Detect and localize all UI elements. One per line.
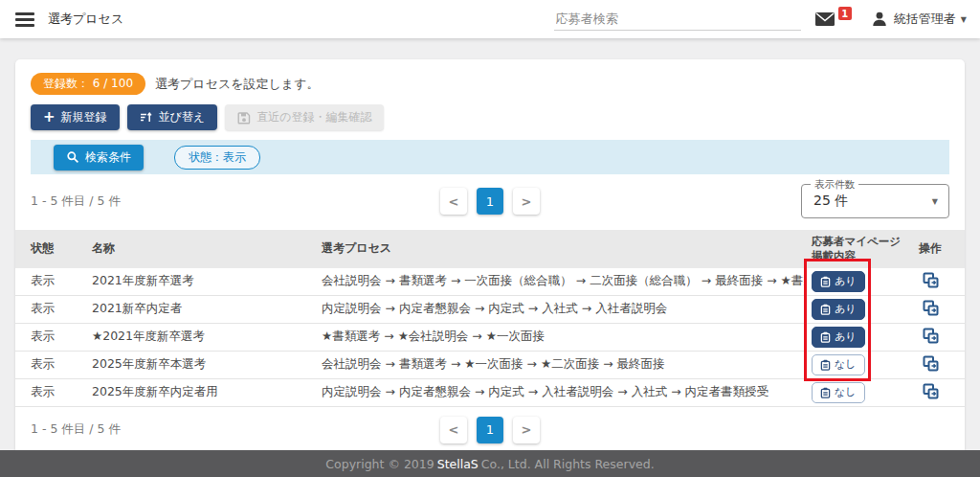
next-page-button[interactable]: >	[513, 188, 540, 215]
header-name: 名称	[84, 230, 314, 268]
mypage-cell: あり	[804, 323, 896, 351]
process-cell: 会社説明会 → 書類選考 → 一次面接（総合職） → 二次面接（総合職） → 最…	[314, 268, 804, 296]
process-card: 登録数： 6 / 100 選考プロセスを設定します。 + 新規登録 並び替え	[15, 59, 965, 455]
sort-icon	[140, 111, 153, 124]
mail-button[interactable]: 1	[814, 11, 852, 27]
main-content: 登録数： 6 / 100 選考プロセスを設定します。 + 新規登録 並び替え	[0, 59, 980, 455]
name-cell: ★2021年度新卒選考	[84, 323, 314, 351]
copyright-text: Copyright © 2019	[325, 457, 434, 471]
name-cell: 2025年度新卒内定者用	[84, 378, 314, 406]
per-page-label: 表示件数	[811, 178, 858, 191]
table-row: 表示 2021新卒内定者 内定説明会 → 内定者懇親会 → 内定式 → 入社式 …	[15, 295, 965, 323]
actions-cell	[896, 268, 965, 296]
page-1-button[interactable]: 1	[477, 188, 503, 215]
select-caret-icon: ▼	[932, 197, 938, 206]
copy-icon	[922, 299, 940, 317]
table-row: 表示 2025年度新卒本選考 会社説明会 → 書類選考 → ★一次面接 → ★二…	[15, 351, 965, 378]
mypage-cell: なし	[804, 378, 896, 406]
registration-count-badge: 登録数： 6 / 100	[31, 73, 145, 95]
sort-button[interactable]: 並び替え	[127, 104, 218, 130]
clipboard-icon	[820, 276, 831, 287]
process-table: 状態 名称 選考プロセス 応募者マイページ 掲載内容 操作 表示 2021年度新…	[15, 230, 965, 407]
duplicate-button[interactable]	[922, 354, 940, 373]
page-1-button[interactable]: 1	[477, 417, 503, 443]
page-title: 選考プロセス	[48, 11, 123, 28]
pager: < 1 >	[440, 417, 540, 443]
status-cell: 表示	[15, 351, 84, 378]
per-page-value: 25 件	[813, 193, 848, 210]
actions-cell	[896, 323, 965, 351]
copy-icon	[922, 271, 940, 289]
process-cell: 会社説明会 → 書類選考 → ★一次面接 → ★二次面接 → 最終面接	[314, 351, 804, 378]
save-icon	[237, 111, 251, 125]
hamburger-menu-icon[interactable]	[15, 12, 34, 27]
search-filter-panel: 検索条件 状態：表示	[31, 140, 949, 174]
header-process: 選考プロセス	[314, 230, 804, 268]
page-description: 選考プロセスを設定します。	[155, 76, 319, 93]
mypage-badge[interactable]: なし	[812, 354, 865, 375]
new-registration-button[interactable]: + 新規登録	[31, 104, 120, 130]
table-header-row: 状態 名称 選考プロセス 応募者マイページ 掲載内容 操作	[15, 230, 965, 268]
copy-icon	[922, 327, 940, 345]
mail-count-badge: 1	[838, 7, 852, 20]
status-cell: 表示	[15, 295, 84, 323]
copy-icon	[922, 354, 940, 373]
per-page-select[interactable]: 表示件数 25 件 ▼	[801, 184, 949, 218]
duplicate-button[interactable]	[922, 382, 940, 400]
clipboard-icon	[820, 304, 831, 315]
clipboard-icon	[820, 387, 831, 398]
mypage-badge[interactable]: あり	[812, 327, 865, 347]
chevron-down-icon: ▼	[961, 15, 967, 24]
plus-icon: +	[43, 110, 56, 125]
top-bar: 選考プロセス 1 統括管理者 ▼	[0, 0, 980, 38]
name-cell: 2021年度新卒選考	[84, 268, 314, 296]
clipboard-icon	[820, 359, 831, 371]
status-cell: 表示	[15, 378, 84, 406]
process-cell: ★書類選考 → ★会社説明会 → ★一次面接	[314, 323, 804, 351]
status-cell: 表示	[15, 323, 84, 351]
duplicate-button[interactable]	[922, 271, 940, 289]
name-cell: 2025年度新卒本選考	[84, 351, 314, 378]
result-range-text: 1 - 5 件目 / 5 件	[31, 421, 121, 438]
mypage-badge[interactable]: なし	[812, 382, 865, 402]
duplicate-button[interactable]	[922, 299, 940, 317]
status-cell: 表示	[15, 268, 84, 296]
recent-edits-button[interactable]: 直近の登録・編集確認	[225, 104, 384, 130]
user-menu[interactable]: 統括管理者 ▼	[871, 11, 967, 28]
table-row: 表示 ★2021年度新卒選考 ★書類選考 → ★会社説明会 → ★一次面接 あり	[15, 323, 965, 351]
duplicate-button[interactable]	[922, 327, 940, 345]
status-filter-chip[interactable]: 状態：表示	[174, 146, 260, 170]
clipboard-icon	[820, 331, 831, 343]
mypage-cell: あり	[804, 295, 896, 323]
pagination-row-bottom: 1 - 5 件目 / 5 件 < 1 >	[15, 407, 965, 443]
actions-cell	[896, 378, 965, 406]
pagination-row-top: 1 - 5 件目 / 5 件 < 1 > 表示件数 25 件 ▼	[15, 174, 965, 218]
toolbar: + 新規登録 並び替え 直近の登録・編集確認	[15, 95, 965, 130]
mypage-badge[interactable]: あり	[812, 299, 865, 319]
header-actions: 操作	[896, 230, 965, 268]
count-row: 登録数： 6 / 100 選考プロセスを設定します。	[15, 59, 965, 95]
name-cell: 2021新卒内定者	[84, 295, 314, 323]
mail-icon	[814, 11, 835, 27]
header-status: 状態	[15, 230, 84, 268]
prev-page-button[interactable]: <	[440, 417, 467, 443]
user-name: 統括管理者	[894, 11, 956, 28]
prev-page-button[interactable]: <	[440, 188, 467, 215]
actions-cell	[896, 295, 965, 323]
process-cell: 内定説明会 → 内定者懇親会 → 内定式 → 入社者説明会 → 入社式 → 内定…	[314, 378, 804, 406]
search-conditions-button[interactable]: 検索条件	[54, 145, 144, 170]
next-page-button[interactable]: >	[513, 417, 540, 443]
mypage-badge[interactable]: あり	[812, 271, 865, 291]
process-cell: 内定説明会 → 内定者懇親会 → 内定式 → 入社式 → 入社者説明会	[314, 295, 804, 323]
process-table-wrap: 状態 名称 選考プロセス 応募者マイページ 掲載内容 操作 表示 2021年度新…	[15, 230, 965, 407]
copy-icon	[922, 382, 940, 400]
actions-cell	[896, 351, 965, 378]
header-mypage: 応募者マイページ 掲載内容	[804, 230, 896, 268]
footer: Copyright © 2019 StellaS Co., Ltd. All R…	[0, 450, 980, 477]
table-row: 表示 2021年度新卒選考 会社説明会 → 書類選考 → 一次面接（総合職） →…	[15, 268, 965, 296]
mypage-cell: あり	[804, 268, 896, 296]
applicant-search-input[interactable]	[554, 8, 801, 31]
pager: < 1 >	[440, 188, 540, 215]
search-icon	[66, 150, 79, 164]
user-icon	[871, 11, 888, 28]
